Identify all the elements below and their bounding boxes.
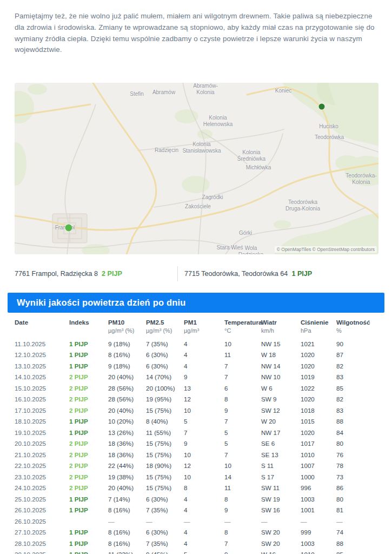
row-value: 4 [184,362,224,370]
row-value: 18 (36%) [108,440,146,447]
row-value: — [336,518,378,525]
row-index: 2 PIJP [69,462,108,469]
row-value: — [224,518,261,525]
row-date: 16.10.2025 [15,395,69,403]
row-value: 10 [184,407,224,414]
row-value: 4 [184,540,224,547]
row-value: 15 (75%) [146,484,184,491]
row-value: 1019 [301,373,336,380]
row-value: 15 (75%) [146,451,184,458]
row-value: 6 (30%) [146,351,184,358]
row-value: — [184,518,224,525]
row-value: 88 [336,540,378,547]
column-header: CiśnieniehPa [301,319,336,334]
row-value: 85 [336,385,378,392]
row-value: W 20 [261,418,301,425]
row-date: 19.10.2025 [15,429,69,436]
map-attribution[interactable]: © OpenMapTiles © OpenStreetMap contribut… [275,246,377,253]
row-date: 24.10.2025 [15,484,69,491]
row-value: 7 (35%) [146,340,184,347]
row-value: 84 [336,429,378,436]
row-value: 10 [224,340,261,347]
row-value: 87 [336,351,378,358]
row-index: 2 PIJP [69,385,108,392]
row-index: 2 PIJP [69,451,108,458]
row-date: 28.10.2025 [15,540,69,547]
intro-paragraph: Pamiętajmy też, że nie wolno już palić m… [15,11,378,56]
row-value: 9 [184,373,224,380]
row-date: 22.10.2025 [15,462,69,469]
row-value: 1020 [301,429,336,436]
table-row: 13.10.20251 PIJP9 (18%)6 (30%)47NW 14102… [15,360,378,372]
row-value: 1003 [301,496,336,503]
row-value: 1020 [301,362,336,370]
row-value: 86 [336,484,378,491]
row-date: 15.10.2025 [15,385,69,392]
column-header: Indeks [69,319,108,334]
row-value: 8 (16%) [108,351,146,358]
row-value: 1020 [301,351,336,358]
column-header: PM10µg/m³ (%) [108,319,146,334]
table-row: 17.10.20252 PIJP20 (40%)15 (75%)109SW 12… [15,405,378,416]
row-value: 80 [336,440,378,447]
row-value: 11 (55%) [146,429,184,436]
row-value: 12 [184,462,224,469]
table-row: 25.10.20251 PIJP7 (14%)6 (30%)48SW 19100… [15,493,378,505]
row-value: 85 [336,551,378,554]
table-row: 21.10.20252 PIJP18 (36%)15 (75%)107SE 13… [15,449,378,460]
row-value: NW 17 [261,429,301,436]
row-value: W 16 [261,551,301,554]
row-value: 1010 [301,451,336,458]
row-value: 82 [336,362,378,370]
row-value: 1021 [301,340,336,347]
row-value: 9 [224,551,261,554]
row-value: 8 [224,529,261,536]
table-header: DateIndeksPM10µg/m³ (%)PM2.5µg/m³ (%)PM1… [15,319,378,334]
row-date: 26.10.2025 [15,506,69,513]
row-date: 29.10.2025 [15,551,69,554]
row-value: 1020 [301,395,336,403]
row-index: 1 PIJP [69,506,108,513]
row-value: SW 9 [261,395,301,403]
row-value: 15 (75%) [146,440,184,447]
frampol-station-marker[interactable] [65,225,72,232]
station-item-teodorowka[interactable]: 7715 Teodorówka, Teodorówka 64 1 PIJP [184,270,312,278]
row-value: 18 (36%) [108,451,146,458]
station-item-frampol[interactable]: 7761 Frampol, Radzięcka 8 2 PIJP [0,270,177,278]
row-index: 1 PIJP [69,529,108,536]
row-value: 80 [336,496,378,503]
row-value: 6 [224,385,261,392]
row-value: 20 (40%) [108,484,146,491]
row-value: 10 [184,473,224,480]
row-date: 14.10.2025 [15,373,69,380]
row-value: 15 (75%) [146,407,184,414]
column-header: Temperatura°C [224,319,261,334]
row-index: 1 PIJP [69,496,108,503]
row-value: 8 (40%) [146,418,184,425]
row-value: 4 [184,496,224,503]
row-value: 11 [224,351,261,358]
row-value: 83 [336,407,378,414]
row-value: W 18 [261,351,301,358]
row-value: 4 [184,351,224,358]
row-index: 1 PIJP [69,351,108,358]
station-index-badge: 2 PIJP [102,270,122,278]
row-value: 4 [184,529,224,536]
row-value: 6 (30%) [146,496,184,503]
teodorowka-station-marker[interactable] [319,104,325,110]
row-value: SW 11 [261,484,301,491]
row-value: NW 15 [261,340,301,347]
row-value: 18 (90%) [146,462,184,469]
row-value: 7 [224,540,261,547]
row-value: W 6 [261,385,301,392]
table-row: 29.10.20251 PIJP11 (22%)9 (45%)59W 16101… [15,549,378,554]
row-index: 2 PIJP [69,440,108,447]
row-value: S 11 [261,462,301,469]
row-value: 7 (14%) [108,496,146,503]
map[interactable]: StefinAbramówAbramów-KoloniaKoniecKoloni… [15,83,378,254]
row-value: 7 (35%) [146,540,184,547]
table-row: 20.10.20252 PIJP18 (36%)15 (75%)95SE 610… [15,438,378,450]
row-date: 13.10.2025 [15,362,69,370]
table-row: 27.10.20251 PIJP8 (16%)6 (30%)48SW 20999… [15,527,378,538]
table-row: 11.10.20251 PIJP9 (18%)7 (35%)410NW 1510… [15,338,378,349]
